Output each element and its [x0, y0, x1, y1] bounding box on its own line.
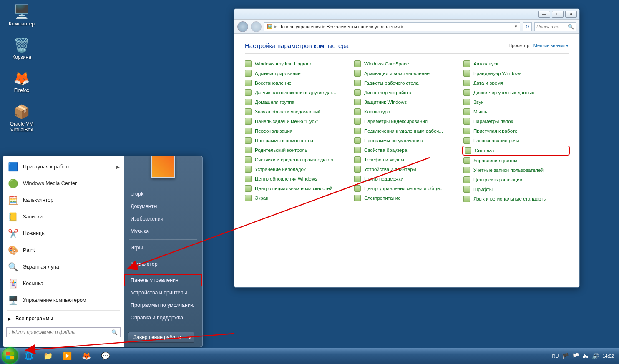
start-search-input[interactable]: [9, 329, 111, 335]
nav-back-button[interactable]: [237, 21, 248, 32]
tray-lang[interactable]: RU: [552, 354, 559, 359]
taskbar-pinned-app[interactable]: 🦊: [78, 350, 95, 362]
cp-item[interactable]: Windows Anytime Upgrade: [245, 60, 350, 67]
cp-item[interactable]: Центр обновления Windows: [245, 176, 350, 182]
taskbar-pinned-app[interactable]: 📁: [39, 350, 57, 362]
all-programs[interactable]: ▶ Все программы: [4, 312, 123, 325]
cp-item[interactable]: Электропитание: [354, 195, 459, 201]
tray-flag-icon[interactable]: 🏴: [562, 353, 569, 359]
cp-item[interactable]: Телефон и модем: [354, 156, 459, 163]
cp-item[interactable]: Автозапуск: [463, 60, 569, 67]
start-button[interactable]: [2, 347, 18, 364]
taskbar-pinned-app[interactable]: 💬: [97, 350, 114, 362]
search-box[interactable]: 🔍: [534, 22, 576, 31]
cp-item[interactable]: Шрифты: [463, 186, 569, 193]
cp-item[interactable]: Программы и компоненты: [245, 137, 350, 144]
cp-item[interactable]: Центр синхронизации: [463, 176, 569, 183]
cp-item[interactable]: Учетные записи пользователей: [463, 167, 569, 173]
start-item[interactable]: 🃏Косынка: [4, 275, 123, 292]
cp-item[interactable]: Диспетчер устройств: [354, 89, 459, 96]
taskbar-pinned-app[interactable]: ▶️: [58, 350, 76, 362]
start-search[interactable]: 🔍: [6, 327, 121, 337]
cp-item[interactable]: Дата и время: [463, 80, 569, 86]
cp-item[interactable]: Датчик расположения и другие дат...: [245, 89, 350, 96]
cp-item[interactable]: Программы по умолчанию: [354, 137, 459, 144]
taskbar-pinned-app[interactable]: 🌐: [20, 350, 38, 362]
cp-item[interactable]: Персонализация: [245, 128, 350, 134]
refresh-button[interactable]: ↻: [523, 22, 532, 31]
breadcrumb-seg1[interactable]: Панель управления: [279, 24, 321, 29]
user-avatar[interactable]: [151, 156, 175, 178]
cp-item[interactable]: Домашняя группа: [245, 99, 350, 105]
start-right-item[interactable]: Музыка: [124, 225, 202, 238]
desktop-icon-oracle-vm-virtualbox[interactable]: 📦Oracle VM VirtualBox: [5, 103, 38, 133]
cp-item[interactable]: Гаджеты рабочего стола: [354, 80, 459, 86]
tray-network-icon[interactable]: 🖧: [583, 353, 589, 359]
window-titlebar[interactable]: — □ ✕: [234, 9, 579, 20]
cp-item[interactable]: Брандмауэр Windows: [463, 70, 569, 77]
cp-item[interactable]: Восстановление: [245, 80, 350, 86]
cp-item[interactable]: Windows CardSpace: [354, 60, 459, 67]
cp-item[interactable]: Приступая к работе: [463, 128, 569, 134]
nav-forward-button[interactable]: [251, 21, 262, 32]
cp-item[interactable]: Центр управления сетями и общи...: [354, 185, 459, 192]
cp-item[interactable]: Распознавание речи: [463, 137, 569, 144]
start-right-item[interactable]: Документы: [124, 200, 202, 213]
cp-item[interactable]: Подключения к удаленным рабоч...: [354, 128, 459, 134]
start-item[interactable]: 🟢Windows Media Center: [4, 175, 123, 192]
minimize-button[interactable]: —: [538, 11, 550, 18]
start-item[interactable]: 🎨Paint: [4, 242, 123, 259]
tray-clock[interactable]: 14:02: [602, 354, 614, 359]
start-item[interactable]: 🟦Приступая к работе▶: [4, 158, 123, 175]
desktop-icon-firefox[interactable]: 🦊Firefox: [5, 70, 38, 93]
cp-item[interactable]: Устройства и принтеры: [354, 166, 459, 173]
shutdown-button[interactable]: Завершение работы: [128, 332, 186, 343]
cp-item[interactable]: Управление цветом: [463, 157, 569, 164]
view-mode-link[interactable]: Мелкие значки ▾: [533, 43, 569, 48]
cp-item[interactable]: Значки области уведомлений: [245, 108, 350, 115]
breadcrumb[interactable]: 🖼️▸ Панель управления▸ Все элементы пане…: [264, 22, 520, 31]
start-item[interactable]: 📒Записки: [4, 208, 123, 225]
cp-item[interactable]: Звук: [463, 99, 569, 105]
start-user[interactable]: propk: [124, 188, 202, 200]
start-right-item[interactable]: Панель управления: [124, 274, 202, 286]
maximize-button[interactable]: □: [552, 11, 564, 18]
cp-item[interactable]: Параметры индексирования: [354, 118, 459, 125]
desktop-icon-компьютер[interactable]: 🖥️Компьютер: [5, 3, 38, 27]
start-right-item[interactable]: Справка и поддержка: [124, 311, 202, 324]
cp-item[interactable]: Система: [463, 147, 569, 154]
cp-item[interactable]: Защитник Windows: [354, 99, 459, 105]
tray-volume-icon[interactable]: 🔊: [592, 353, 599, 359]
search-input[interactable]: [536, 24, 566, 29]
start-right-item[interactable]: Устройства и принтеры: [124, 286, 202, 299]
desktop-icon-корзина[interactable]: 🗑️Корзина: [5, 37, 38, 60]
start-item[interactable]: 🔍Экранная лупа: [4, 259, 123, 275]
start-right-item[interactable]: Изображения: [124, 213, 202, 225]
start-right-item[interactable]: Программы по умолчанию: [124, 299, 202, 311]
cp-item[interactable]: Экран: [245, 195, 350, 201]
start-right-item[interactable]: Игры: [124, 241, 202, 254]
start-item[interactable]: ✂️Ножницы: [4, 225, 123, 242]
cp-item[interactable]: Центр поддержки: [354, 176, 459, 182]
cp-item[interactable]: Клавиатура: [354, 108, 459, 115]
cp-item[interactable]: Свойства браузера: [354, 147, 459, 153]
cp-item[interactable]: Родительский контроль: [245, 147, 350, 153]
cp-item[interactable]: Язык и региональные стандарты: [463, 196, 569, 202]
tray-action-center-icon[interactable]: 🏳️: [572, 353, 579, 359]
cp-item[interactable]: Центр специальных возможностей: [245, 185, 350, 192]
start-item[interactable]: 🖥️Управление компьютером: [4, 292, 123, 309]
cp-item[interactable]: Параметры папок: [463, 118, 569, 125]
start-right-item[interactable]: Компьютер: [124, 258, 202, 270]
cp-item[interactable]: Устранение неполадок: [245, 166, 350, 173]
breadcrumb-seg2[interactable]: Все элементы панели управления: [327, 24, 400, 29]
cp-item[interactable]: Панель задач и меню "Пуск": [245, 118, 350, 125]
shutdown-menu-button[interactable]: ▸: [186, 332, 194, 343]
icon: 🗑️: [13, 37, 30, 53]
cp-item[interactable]: Диспетчер учетных данных: [463, 89, 569, 96]
cp-item[interactable]: Архивация и восстановление: [354, 70, 459, 77]
cp-item[interactable]: Счетчики и средства производител...: [245, 156, 350, 163]
close-button[interactable]: ✕: [565, 11, 577, 18]
start-item[interactable]: 🧮Калькулятор: [4, 192, 123, 208]
cp-item[interactable]: Администрирование: [245, 70, 350, 77]
cp-item[interactable]: Мышь: [463, 108, 569, 115]
